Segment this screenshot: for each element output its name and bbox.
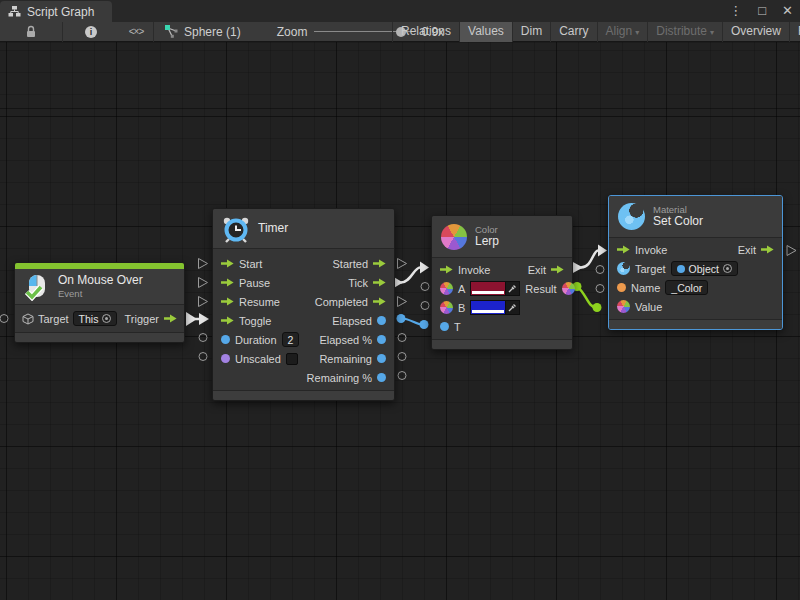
graph-canvas[interactable]: On Mouse Over Event Target This xyxy=(0,42,800,600)
port-start[interactable] xyxy=(199,259,208,269)
port-material-name[interactable] xyxy=(596,285,604,293)
node-footer xyxy=(213,390,394,400)
wire-exit-to-invoke[interactable] xyxy=(572,245,607,274)
color-value-icon[interactable] xyxy=(440,301,453,314)
values-button[interactable]: Values xyxy=(459,22,512,42)
wire-elapsed-to-t[interactable] xyxy=(397,314,429,329)
port-label: Target xyxy=(635,263,666,275)
flow-in-icon[interactable] xyxy=(440,265,453,274)
flow-out-icon[interactable] xyxy=(761,245,774,254)
port-target-input[interactable] xyxy=(0,315,8,323)
flow-in-icon[interactable] xyxy=(221,297,234,306)
color-b-field[interactable] xyxy=(470,300,520,315)
unscaled-checkbox[interactable] xyxy=(286,353,298,365)
window-maximize-icon[interactable]: □ xyxy=(755,0,769,22)
object-picker-icon[interactable] xyxy=(723,264,732,273)
flow-out-icon[interactable] xyxy=(373,278,386,287)
port-completed[interactable] xyxy=(398,297,407,307)
port-elapsed-pct[interactable] xyxy=(398,334,406,342)
info-button[interactable]: i xyxy=(63,22,119,42)
eyedropper-icon[interactable] xyxy=(505,282,519,295)
value-in-icon[interactable] xyxy=(440,322,449,331)
flow-in-icon[interactable] xyxy=(617,245,630,254)
port-label: Started xyxy=(333,258,368,270)
color-a-field[interactable] xyxy=(470,281,520,296)
flow-out-icon[interactable] xyxy=(551,265,564,274)
wire-result-to-value[interactable] xyxy=(573,282,602,312)
port-row: Remaining % xyxy=(213,368,394,387)
node-on-mouse-over[interactable]: On Mouse Over Event Target This xyxy=(14,262,185,343)
script-graph-window: Script Graph ⋮ □ ✕ i <×> xyxy=(0,0,800,600)
port-label: Pause xyxy=(239,277,270,289)
chevron-down-icon: ▾ xyxy=(635,28,639,37)
object-picker-icon[interactable] xyxy=(102,314,111,323)
port-row: Resume Completed xyxy=(213,292,394,311)
port-label: Duration xyxy=(235,334,277,346)
port-started[interactable] xyxy=(398,259,407,269)
port-pause[interactable] xyxy=(199,278,208,288)
node-footer xyxy=(432,339,572,349)
node-timer[interactable]: Timer Start Started Pause Tick R xyxy=(212,208,395,401)
port-duration[interactable] xyxy=(199,334,207,342)
value-in-icon[interactable] xyxy=(221,354,230,363)
flow-out-icon[interactable] xyxy=(164,314,177,323)
port-label: Invoke xyxy=(635,244,667,256)
port-remaining[interactable] xyxy=(398,353,406,361)
relations-button[interactable]: Relations xyxy=(392,22,459,42)
value-out-icon[interactable] xyxy=(377,316,386,325)
carry-button[interactable]: Carry xyxy=(550,22,596,42)
port-row: B xyxy=(432,298,572,317)
port-setcolor-exit[interactable] xyxy=(787,246,796,256)
port-label: Name xyxy=(631,282,660,294)
port-resume[interactable] xyxy=(199,297,208,307)
port-remaining-pct[interactable] xyxy=(398,372,406,380)
name-field[interactable]: _Color xyxy=(665,280,708,295)
node-color-lerp[interactable]: Color Lerp Invoke Exit A xyxy=(431,215,573,350)
port-material-target[interactable] xyxy=(596,266,604,274)
node-footer xyxy=(15,332,184,342)
port-label: Elapsed xyxy=(332,315,372,327)
lock-button[interactable] xyxy=(0,22,62,42)
color-type-icon xyxy=(441,224,467,250)
port-unscaled[interactable] xyxy=(199,353,207,361)
value-out-icon[interactable] xyxy=(377,354,386,363)
material-value-icon[interactable] xyxy=(617,262,630,275)
wire-trigger-to-toggle[interactable] xyxy=(186,312,209,326)
flow-in-icon[interactable] xyxy=(221,278,234,287)
material-object-field[interactable]: Object xyxy=(671,261,738,276)
value-in-icon[interactable] xyxy=(617,283,626,292)
tab-script-graph[interactable]: Script Graph xyxy=(0,1,112,22)
window-close-icon[interactable]: ✕ xyxy=(779,0,796,22)
value-out-icon[interactable] xyxy=(377,335,386,344)
color-value-icon[interactable] xyxy=(617,300,630,313)
color-out-icon[interactable] xyxy=(562,282,575,295)
port-a[interactable] xyxy=(421,283,429,291)
flow-in-icon[interactable] xyxy=(221,259,234,268)
port-row: Target This Trigger xyxy=(15,305,184,332)
overview-button[interactable]: Overview xyxy=(722,22,789,42)
flow-out-icon[interactable] xyxy=(373,297,386,306)
color-value-icon[interactable] xyxy=(440,282,453,295)
flow-out-icon[interactable] xyxy=(373,259,386,268)
flow-in-icon[interactable] xyxy=(221,316,234,325)
graph-selection[interactable]: Sphere (1) xyxy=(154,22,247,42)
port-row: Target Object xyxy=(609,259,782,278)
value-in-icon[interactable] xyxy=(221,335,230,344)
port-label: Unscaled xyxy=(235,353,281,365)
port-label: Tick xyxy=(348,277,368,289)
fullscreen-button[interactable]: Full Screen xyxy=(789,22,800,42)
tab-bar: Script Graph ⋮ □ ✕ xyxy=(0,0,800,22)
port-b[interactable] xyxy=(421,302,429,310)
code-view-button[interactable]: <×> xyxy=(119,22,153,42)
node-set-color[interactable]: Material Set Color Invoke Exit Target O xyxy=(608,195,783,330)
dim-button[interactable]: Dim xyxy=(512,22,550,42)
distribute-button: Distribute▾ xyxy=(647,22,722,42)
value-out-icon[interactable] xyxy=(377,373,386,382)
graph-toolbar: i <×> Sphere (1) Zoom 0.9x Relations Val… xyxy=(0,22,800,42)
duration-field[interactable]: 2 xyxy=(282,332,300,347)
window-menu-icon[interactable]: ⋮ xyxy=(726,0,745,22)
align-button: Align▾ xyxy=(597,22,648,42)
target-object-field[interactable]: This xyxy=(73,311,118,326)
port-row: A Result xyxy=(432,279,572,298)
eyedropper-icon[interactable] xyxy=(505,301,519,314)
